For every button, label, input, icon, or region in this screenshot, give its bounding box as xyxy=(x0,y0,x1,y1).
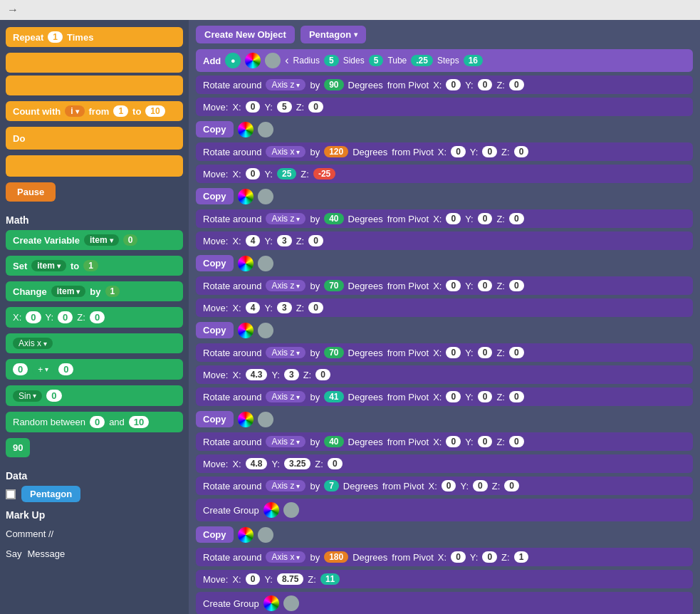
rainbow-icon-5[interactable] xyxy=(238,527,254,543)
math-expr-block: 0 + 0 xyxy=(6,359,183,380)
to-val[interactable]: 10 xyxy=(145,105,164,117)
rainbow-icon-3[interactable] xyxy=(238,323,254,338)
rotate-row-1: Rotate around Axis x by 120 Degrees from… xyxy=(196,142,693,161)
rotate-row-8: Rotate around Axis x by 180 Degrees from… xyxy=(196,548,693,566)
gray-icon-5[interactable] xyxy=(258,527,273,543)
var-name-dropdown[interactable]: item xyxy=(84,234,119,246)
comment-block[interactable]: Comment // xyxy=(6,525,183,543)
gray-icon-cg1[interactable] xyxy=(283,595,299,611)
tube-val[interactable]: .25 xyxy=(411,55,433,66)
rainbow-icon-cg1[interactable] xyxy=(263,595,279,611)
create-group-row-1: Create Group xyxy=(196,592,693,614)
deg-val-4[interactable]: 70 xyxy=(324,347,343,358)
math-val2[interactable]: 0 xyxy=(58,363,73,375)
change-val[interactable]: 1 xyxy=(105,286,120,297)
pause-button[interactable]: Pause xyxy=(6,182,56,202)
sides-label: Sides xyxy=(343,56,365,66)
math-section-label: Math xyxy=(6,214,183,226)
color-circle-blue[interactable] xyxy=(245,53,261,68)
rotate-row-2: Rotate around Axis z by 40 Degrees from … xyxy=(196,209,693,228)
change-var-dropdown[interactable]: item xyxy=(51,286,86,297)
x-val[interactable]: 0 xyxy=(26,311,41,323)
sin-val[interactable]: 0 xyxy=(46,390,61,402)
change-block[interactable]: Change item by 1 xyxy=(6,281,183,301)
repeat-block[interactable]: Repeat 1 Times xyxy=(6,27,183,47)
from-val[interactable]: 1 xyxy=(113,105,128,117)
z-val[interactable]: 0 xyxy=(90,311,105,323)
rainbow-icon-4[interactable] xyxy=(238,412,254,427)
axis-dropdown[interactable]: Axis x xyxy=(13,338,53,349)
axis-x-dropdown-8[interactable]: Axis x xyxy=(266,551,305,563)
gray-icon-4[interactable] xyxy=(258,412,273,427)
axis-z-dropdown-2[interactable]: Axis z xyxy=(266,213,305,224)
pentagon-type-dropdown[interactable]: Pentagon xyxy=(301,26,366,43)
sin-dropdown[interactable]: Sin xyxy=(13,390,42,402)
pentagon-checkbox[interactable] xyxy=(6,489,16,499)
random-val2[interactable]: 10 xyxy=(129,416,149,428)
set-val[interactable]: 1 xyxy=(83,260,98,271)
axis-z-dropdown-7[interactable]: Axis z xyxy=(266,480,305,491)
move-row-2: Move: X:4 Y:3 Z:0 xyxy=(196,231,693,250)
rainbow-icon-2[interactable] xyxy=(238,256,254,271)
deg-val-3[interactable]: 70 xyxy=(324,280,343,291)
deg-val-2[interactable]: 40 xyxy=(324,213,343,224)
times-label: Times xyxy=(67,32,93,43)
rainbow-icon-1[interactable] xyxy=(238,189,254,204)
axis-z-dropdown-5[interactable]: Axis z xyxy=(266,391,305,402)
pentagon-button[interactable]: Pentagon xyxy=(21,486,80,502)
radius-val[interactable]: 5 xyxy=(324,55,339,66)
deg-val-7[interactable]: 7 xyxy=(324,480,339,491)
var-val[interactable]: 0 xyxy=(123,234,138,246)
deg-val-5[interactable]: 41 xyxy=(324,391,343,402)
axis-z-dropdown-4[interactable]: Axis z xyxy=(266,347,305,358)
copy-button-1[interactable]: Copy xyxy=(196,188,234,204)
deg-val-6[interactable]: 40 xyxy=(324,436,343,447)
set-var-dropdown[interactable]: item xyxy=(31,260,66,271)
rainbow-icon-0[interactable] xyxy=(238,122,254,137)
random-val1[interactable]: 0 xyxy=(90,416,105,428)
sides-val[interactable]: 5 xyxy=(369,55,384,66)
copy-button-2[interactable]: Copy xyxy=(196,255,234,271)
color-circle-teal[interactable]: ● xyxy=(225,53,241,68)
copy-button-5[interactable]: Copy xyxy=(196,526,234,543)
move-row-0: Move: X:0 Y:5 Z:0 xyxy=(196,98,693,116)
chevron-button[interactable]: ‹ xyxy=(285,54,288,67)
math-op-dropdown[interactable]: + xyxy=(32,364,54,375)
axis-z-dropdown-0[interactable]: Axis z xyxy=(266,79,305,90)
gray-icon-cg0[interactable] xyxy=(283,502,299,518)
gray-icon-1[interactable] xyxy=(258,189,273,204)
repeat-body xyxy=(6,53,183,73)
change-by-label: by xyxy=(90,286,100,297)
deg-val-0[interactable]: 90 xyxy=(324,79,343,90)
repeat-count[interactable]: 1 xyxy=(48,31,63,43)
deg-val-1[interactable]: 120 xyxy=(324,146,348,157)
copy-button-4[interactable]: Copy xyxy=(196,411,234,427)
do-block[interactable]: Do xyxy=(6,127,183,150)
x-label: X: xyxy=(13,312,21,323)
axis-block[interactable]: Axis x xyxy=(6,333,183,353)
move-row-1: Move: X:0 Y:25 Z:-25 xyxy=(196,165,693,183)
axis-z-dropdown-6[interactable]: Axis z xyxy=(266,436,305,447)
set-block[interactable]: Set item to 1 xyxy=(6,256,183,276)
gray-icon-3[interactable] xyxy=(258,323,273,338)
math-val1[interactable]: 0 xyxy=(13,363,28,375)
ninety-block[interactable]: 90 xyxy=(6,438,30,457)
copy-button-0[interactable]: Copy xyxy=(196,121,234,137)
color-circle-gray[interactable] xyxy=(265,53,281,68)
sin-block[interactable]: Sin 0 xyxy=(6,385,183,406)
axis-x-dropdown-1[interactable]: Axis x xyxy=(266,146,305,157)
random-block[interactable]: Random between 0 and 10 xyxy=(6,412,183,432)
count-var-dropdown[interactable]: i xyxy=(65,105,84,117)
gray-icon-0[interactable] xyxy=(258,122,273,137)
axis-z-dropdown-3[interactable]: Axis z xyxy=(266,280,305,291)
deg-val-8[interactable]: 180 xyxy=(324,551,348,563)
steps-val[interactable]: 16 xyxy=(464,55,483,66)
count-with-block[interactable]: Count with i from 1 to 10 xyxy=(6,101,183,121)
copy-button-3[interactable]: Copy xyxy=(196,322,234,338)
create-new-obj-button[interactable]: Create New Object xyxy=(196,26,295,43)
gray-icon-2[interactable] xyxy=(258,256,273,271)
set-label: Set xyxy=(13,261,27,271)
y-val[interactable]: 0 xyxy=(58,311,73,323)
rainbow-icon-cg0[interactable] xyxy=(263,502,279,518)
create-variable-block[interactable]: Create Variable item 0 xyxy=(6,230,183,250)
